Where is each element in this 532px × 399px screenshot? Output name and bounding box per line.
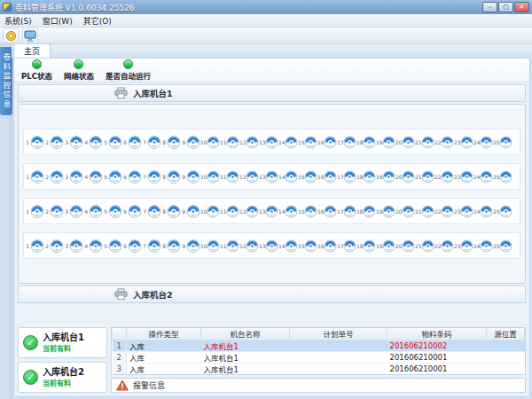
spool-slot[interactable]: 23 <box>454 203 473 220</box>
spool-slot[interactable]: 25 <box>493 203 512 220</box>
minimize-button[interactable]: – <box>482 2 497 12</box>
spool-slot[interactable]: 21 <box>415 168 434 185</box>
maximize-button[interactable]: ▢ <box>498 2 513 12</box>
spool-slot[interactable]: 23 <box>454 168 473 185</box>
spool-slot[interactable]: 13 <box>259 238 278 254</box>
spool-slot[interactable]: 21 <box>415 203 434 220</box>
spool-slot[interactable]: 4 <box>83 134 103 151</box>
spool-slot[interactable]: 16 <box>317 168 337 185</box>
close-button[interactable]: ✕ <box>514 2 529 12</box>
spool-slot[interactable]: 12 <box>239 168 259 185</box>
spool-slot[interactable]: 25 <box>493 238 512 254</box>
col-header[interactable]: 机台名称 <box>201 328 290 340</box>
spool-slot[interactable]: 17 <box>337 203 356 220</box>
spool-slot[interactable]: 5 <box>103 203 122 220</box>
spool-slot[interactable]: 24 <box>473 134 493 151</box>
spool-slot[interactable]: 13 <box>259 203 278 220</box>
spool-slot[interactable]: 17 <box>337 134 356 151</box>
tab-home[interactable]: 主页 <box>13 44 51 58</box>
col-header[interactable]: 源位置 <box>487 328 525 340</box>
sidebar-vertical-tab[interactable]: 卷料监控信息 <box>0 47 12 115</box>
spool-slot[interactable]: 11 <box>220 238 239 254</box>
spool-slot[interactable]: 3 <box>64 134 83 151</box>
spool-slot[interactable]: 3 <box>64 203 83 220</box>
spool-slot[interactable]: 5 <box>103 238 122 254</box>
spool-slot[interactable]: 5 <box>103 168 122 185</box>
table-row[interactable]: 2 入库 入库机台1 201606210001 <box>113 351 525 363</box>
table-row[interactable]: 3 入库 入库机台1 201606210001 <box>113 363 525 374</box>
menu-item-0[interactable]: 系统(S) <box>4 15 32 27</box>
spool-slot[interactable]: 24 <box>473 203 493 220</box>
col-header[interactable]: 操作类型 <box>127 328 201 340</box>
spool-slot[interactable]: 12 <box>239 238 259 254</box>
spool-slot[interactable]: 13 <box>259 168 278 185</box>
spool-slot[interactable]: 7 <box>142 203 161 220</box>
menu-item-2[interactable]: 其它(O) <box>83 15 112 27</box>
spool-slot[interactable]: 11 <box>220 203 239 220</box>
spool-slot[interactable]: 7 <box>142 238 161 254</box>
spool-slot[interactable]: 6 <box>122 203 142 220</box>
spool-slot[interactable]: 18 <box>356 168 376 185</box>
spool-slot[interactable]: 1 <box>25 168 44 185</box>
spool-slot[interactable]: 8 <box>161 168 181 185</box>
spool-slot[interactable]: 1 <box>25 203 44 220</box>
spool-slot[interactable]: 22 <box>434 238 454 254</box>
spool-slot[interactable]: 9 <box>181 238 200 254</box>
spool-slot[interactable]: 4 <box>83 168 103 185</box>
spool-slot[interactable]: 12 <box>239 203 259 220</box>
spool-slot[interactable]: 22 <box>434 134 454 151</box>
spool-slot[interactable]: 8 <box>161 203 181 220</box>
spool-slot[interactable]: 17 <box>337 168 356 185</box>
spool-slot[interactable]: 19 <box>376 168 395 185</box>
spool-slot[interactable]: 3 <box>64 238 83 254</box>
col-header[interactable]: 物料条码 <box>387 328 487 340</box>
spool-slot[interactable]: 19 <box>376 238 395 254</box>
spool-slot[interactable]: 20 <box>395 238 415 254</box>
spool-slot[interactable]: 20 <box>395 203 415 220</box>
spool-slot[interactable]: 16 <box>317 134 337 151</box>
spool-slot[interactable]: 16 <box>317 203 337 220</box>
spool-slot[interactable]: 8 <box>161 134 181 151</box>
spool-slot[interactable]: 14 <box>278 168 298 185</box>
spool-slot[interactable]: 10 <box>200 168 220 185</box>
spool-slot[interactable]: 9 <box>181 134 200 151</box>
spool-slot[interactable]: 2 <box>44 203 64 220</box>
spool-slot[interactable]: 4 <box>83 203 103 220</box>
spool-slot[interactable]: 4 <box>83 238 103 254</box>
spool-slot[interactable]: 6 <box>122 238 142 254</box>
spool-slot[interactable]: 15 <box>298 238 317 254</box>
spool-slot[interactable]: 11 <box>220 168 239 185</box>
spool-slot[interactable]: 23 <box>454 238 473 254</box>
spool-slot[interactable]: 19 <box>376 134 395 151</box>
spool-slot[interactable]: 18 <box>356 238 376 254</box>
spool-slot[interactable]: 3 <box>64 168 83 185</box>
spool-slot[interactable]: 9 <box>181 168 200 185</box>
menu-item-1[interactable]: 窗口(W) <box>43 15 73 27</box>
spool-slot[interactable]: 2 <box>44 238 64 254</box>
spool-slot[interactable]: 20 <box>395 168 415 185</box>
spool-slot[interactable]: 7 <box>142 168 161 185</box>
spool-slot[interactable]: 14 <box>278 238 298 254</box>
spool-slot[interactable]: 1 <box>25 134 44 151</box>
spool-slot[interactable]: 1 <box>25 238 44 254</box>
spool-slot[interactable]: 6 <box>122 168 142 185</box>
spool-slot[interactable]: 22 <box>434 168 454 185</box>
spool-slot[interactable]: 20 <box>395 134 415 151</box>
spool-slot[interactable]: 8 <box>161 238 181 254</box>
spool-slot[interactable]: 7 <box>142 134 161 151</box>
spool-slot[interactable]: 15 <box>298 168 317 185</box>
spool-slot[interactable]: 25 <box>493 168 512 185</box>
spool-slot[interactable]: 12 <box>239 134 259 151</box>
spool-slot[interactable]: 2 <box>44 134 64 151</box>
spool-slot[interactable]: 24 <box>473 238 493 254</box>
spool-slot[interactable]: 16 <box>317 238 337 254</box>
spool-slot[interactable]: 25 <box>493 134 512 151</box>
spool-slot[interactable]: 23 <box>454 134 473 151</box>
spool-slot[interactable]: 11 <box>220 134 239 151</box>
printer-icon[interactable] <box>114 87 128 99</box>
spool-slot[interactable]: 17 <box>337 238 356 254</box>
spool-slot[interactable]: 22 <box>434 203 454 220</box>
spool-slot[interactable]: 15 <box>298 134 317 151</box>
spool-slot[interactable]: 14 <box>278 203 298 220</box>
spool-slot[interactable]: 9 <box>181 203 200 220</box>
